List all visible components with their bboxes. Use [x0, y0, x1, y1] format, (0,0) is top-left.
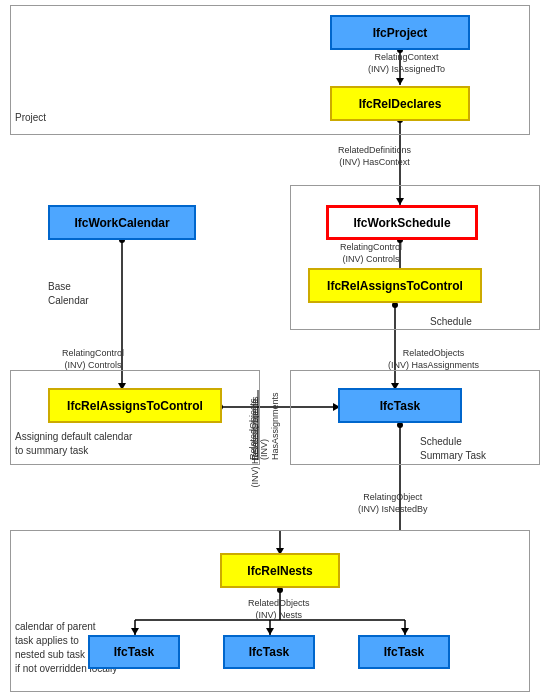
- related-objects-assignments-label: RelatedObjects(INV) HasAssignments: [388, 348, 479, 371]
- ifc-rel-assigns-control-schedule-box: IfcRelAssignsToControl: [308, 268, 482, 303]
- ifc-task-sub1-box: IfcTask: [88, 635, 180, 669]
- ifc-rel-assigns-control-calendar-box: IfcRelAssignsToControl: [48, 388, 222, 423]
- project-label: Project: [15, 112, 46, 123]
- related-objects-nests-label: RelatedObjects(INV) Nests: [248, 598, 310, 621]
- ifc-work-schedule-box: IfcWorkSchedule: [326, 205, 478, 240]
- related-definitions-label: RelatedDefinitions(INV) HasContext: [338, 145, 411, 168]
- diagram: RelatedObjects (INV) HasAssignments Proj…: [0, 0, 550, 700]
- assign-calendar-label: Assigning default calendarto summary tas…: [15, 430, 132, 458]
- ifc-rel-declares-box: IfcRelDeclares: [330, 86, 470, 121]
- related-objects-vertical-label: RelatedObjects(INV) HasAssignments: [248, 380, 266, 460]
- ifc-work-calendar-box: IfcWorkCalendar: [48, 205, 196, 240]
- base-calendar-label: BaseCalendar: [48, 280, 89, 308]
- ifc-rel-nests-box: IfcRelNests: [220, 553, 340, 588]
- ifc-task-sub2-box: IfcTask: [223, 635, 315, 669]
- ifc-project-box: IfcProject: [330, 15, 470, 50]
- ifc-task-sub3-box: IfcTask: [358, 635, 450, 669]
- ifc-task-main-box: IfcTask: [338, 388, 462, 423]
- relating-control-schedule-label: RelatingControl(INV) Controls: [340, 242, 402, 265]
- relating-control-calendar-label: RelatingControl(INV) Controls: [62, 348, 124, 371]
- relating-object-label: RelatingObject(INV) IsNestedBy: [358, 492, 428, 515]
- relating-context-label: RelatingContext(INV) IsAssignedTo: [368, 52, 445, 75]
- summary-task-label: ScheduleSummary Task: [420, 435, 486, 463]
- schedule-label: Schedule: [430, 316, 472, 327]
